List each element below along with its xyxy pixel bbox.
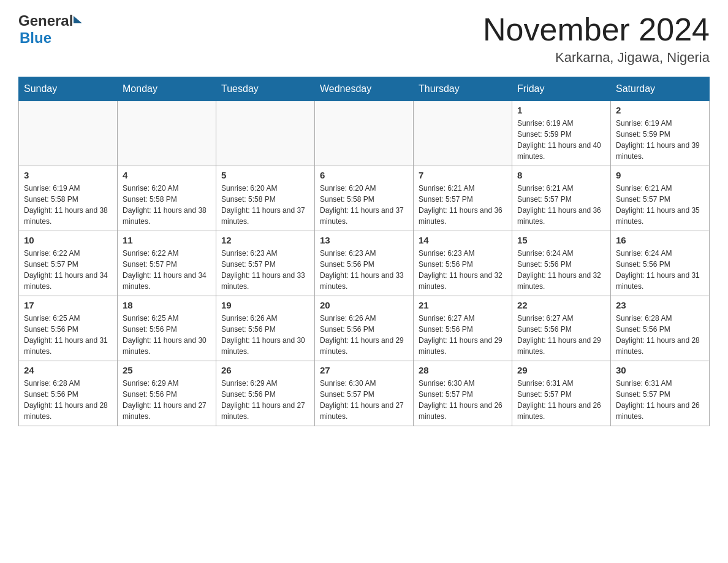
day-number: 7 xyxy=(419,170,507,180)
day-cell: 14Sunrise: 6:23 AM Sunset: 5:56 PM Dayli… xyxy=(414,231,512,296)
logo: General Blue xyxy=(18,12,82,47)
day-cell: 16Sunrise: 6:24 AM Sunset: 5:56 PM Dayli… xyxy=(611,231,710,296)
location-subtitle: Karkarna, Jigawa, Nigeria xyxy=(483,50,710,66)
day-number: 14 xyxy=(419,235,507,245)
title-section: November 2024 Karkarna, Jigawa, Nigeria xyxy=(483,12,710,66)
day-info: Sunrise: 6:21 AM Sunset: 5:57 PM Dayligh… xyxy=(419,183,507,227)
day-info: Sunrise: 6:30 AM Sunset: 5:57 PM Dayligh… xyxy=(320,378,408,422)
day-number: 12 xyxy=(221,235,309,245)
logo-arrow-icon xyxy=(74,16,82,23)
day-info: Sunrise: 6:25 AM Sunset: 5:56 PM Dayligh… xyxy=(24,313,112,357)
day-info: Sunrise: 6:19 AM Sunset: 5:59 PM Dayligh… xyxy=(517,118,605,162)
calendar-table: SundayMondayTuesdayWednesdayThursdayFrid… xyxy=(18,77,710,426)
day-cell: 23Sunrise: 6:28 AM Sunset: 5:56 PM Dayli… xyxy=(611,296,710,361)
day-info: Sunrise: 6:20 AM Sunset: 5:58 PM Dayligh… xyxy=(221,183,309,227)
day-info: Sunrise: 6:23 AM Sunset: 5:56 PM Dayligh… xyxy=(320,248,408,292)
day-cell: 6Sunrise: 6:20 AM Sunset: 5:58 PM Daylig… xyxy=(315,166,414,231)
day-info: Sunrise: 6:23 AM Sunset: 5:56 PM Dayligh… xyxy=(419,248,507,292)
day-info: Sunrise: 6:19 AM Sunset: 5:58 PM Dayligh… xyxy=(24,183,112,227)
day-info: Sunrise: 6:30 AM Sunset: 5:57 PM Dayligh… xyxy=(419,378,507,422)
day-cell: 21Sunrise: 6:27 AM Sunset: 5:56 PM Dayli… xyxy=(414,296,512,361)
day-number: 21 xyxy=(419,300,507,310)
day-number: 13 xyxy=(320,235,408,245)
day-number: 6 xyxy=(320,170,408,180)
day-number: 5 xyxy=(221,170,309,180)
day-number: 3 xyxy=(24,170,112,180)
day-cell: 1Sunrise: 6:19 AM Sunset: 5:59 PM Daylig… xyxy=(512,101,611,166)
day-number: 8 xyxy=(517,170,605,180)
day-cell: 3Sunrise: 6:19 AM Sunset: 5:58 PM Daylig… xyxy=(19,166,118,231)
week-row-3: 10Sunrise: 6:22 AM Sunset: 5:57 PM Dayli… xyxy=(19,231,710,296)
day-number: 4 xyxy=(123,170,211,180)
day-number: 30 xyxy=(616,365,704,375)
day-cell: 20Sunrise: 6:26 AM Sunset: 5:56 PM Dayli… xyxy=(315,296,414,361)
week-row-4: 17Sunrise: 6:25 AM Sunset: 5:56 PM Dayli… xyxy=(19,296,710,361)
day-info: Sunrise: 6:26 AM Sunset: 5:56 PM Dayligh… xyxy=(320,313,408,357)
day-cell: 18Sunrise: 6:25 AM Sunset: 5:56 PM Dayli… xyxy=(118,296,216,361)
day-number: 24 xyxy=(24,365,112,375)
day-number: 10 xyxy=(24,235,112,245)
day-info: Sunrise: 6:22 AM Sunset: 5:57 PM Dayligh… xyxy=(24,248,112,292)
day-cell xyxy=(118,101,216,166)
day-cell: 25Sunrise: 6:29 AM Sunset: 5:56 PM Dayli… xyxy=(118,361,216,426)
day-cell: 30Sunrise: 6:31 AM Sunset: 5:57 PM Dayli… xyxy=(611,361,710,426)
week-row-5: 24Sunrise: 6:28 AM Sunset: 5:56 PM Dayli… xyxy=(19,361,710,426)
header-cell-friday: Friday xyxy=(512,77,611,101)
header-cell-thursday: Thursday xyxy=(414,77,512,101)
day-info: Sunrise: 6:24 AM Sunset: 5:56 PM Dayligh… xyxy=(616,248,704,292)
day-info: Sunrise: 6:23 AM Sunset: 5:57 PM Dayligh… xyxy=(221,248,309,292)
day-cell: 9Sunrise: 6:21 AM Sunset: 5:57 PM Daylig… xyxy=(611,166,710,231)
calendar-header: SundayMondayTuesdayWednesdayThursdayFrid… xyxy=(19,77,710,101)
header-cell-wednesday: Wednesday xyxy=(315,77,414,101)
day-info: Sunrise: 6:25 AM Sunset: 5:56 PM Dayligh… xyxy=(123,313,211,357)
day-info: Sunrise: 6:31 AM Sunset: 5:57 PM Dayligh… xyxy=(517,378,605,422)
day-cell: 28Sunrise: 6:30 AM Sunset: 5:57 PM Dayli… xyxy=(414,361,512,426)
day-cell: 10Sunrise: 6:22 AM Sunset: 5:57 PM Dayli… xyxy=(19,231,118,296)
day-info: Sunrise: 6:19 AM Sunset: 5:59 PM Dayligh… xyxy=(616,118,704,162)
day-cell: 13Sunrise: 6:23 AM Sunset: 5:56 PM Dayli… xyxy=(315,231,414,296)
day-info: Sunrise: 6:21 AM Sunset: 5:57 PM Dayligh… xyxy=(616,183,704,227)
week-row-1: 1Sunrise: 6:19 AM Sunset: 5:59 PM Daylig… xyxy=(19,101,710,166)
main-title: November 2024 xyxy=(483,12,710,47)
day-info: Sunrise: 6:29 AM Sunset: 5:56 PM Dayligh… xyxy=(123,378,211,422)
day-info: Sunrise: 6:29 AM Sunset: 5:56 PM Dayligh… xyxy=(221,378,309,422)
day-info: Sunrise: 6:28 AM Sunset: 5:56 PM Dayligh… xyxy=(24,378,112,422)
day-number: 19 xyxy=(221,300,309,310)
day-info: Sunrise: 6:24 AM Sunset: 5:56 PM Dayligh… xyxy=(517,248,605,292)
day-cell: 11Sunrise: 6:22 AM Sunset: 5:57 PM Dayli… xyxy=(118,231,216,296)
page-header: General Blue November 2024 Karkarna, Jig… xyxy=(18,12,710,66)
day-cell: 4Sunrise: 6:20 AM Sunset: 5:58 PM Daylig… xyxy=(118,166,216,231)
day-number: 16 xyxy=(616,235,704,245)
day-number: 9 xyxy=(616,170,704,180)
day-number: 1 xyxy=(517,105,605,115)
day-info: Sunrise: 6:27 AM Sunset: 5:56 PM Dayligh… xyxy=(419,313,507,357)
day-number: 20 xyxy=(320,300,408,310)
header-cell-monday: Monday xyxy=(118,77,216,101)
day-number: 29 xyxy=(517,365,605,375)
day-header-row: SundayMondayTuesdayWednesdayThursdayFrid… xyxy=(19,77,710,101)
day-cell: 7Sunrise: 6:21 AM Sunset: 5:57 PM Daylig… xyxy=(414,166,512,231)
day-info: Sunrise: 6:28 AM Sunset: 5:56 PM Dayligh… xyxy=(616,313,704,357)
day-cell: 26Sunrise: 6:29 AM Sunset: 5:56 PM Dayli… xyxy=(216,361,315,426)
day-number: 17 xyxy=(24,300,112,310)
day-cell: 8Sunrise: 6:21 AM Sunset: 5:57 PM Daylig… xyxy=(512,166,611,231)
day-number: 25 xyxy=(123,365,211,375)
day-cell xyxy=(216,101,315,166)
day-cell: 2Sunrise: 6:19 AM Sunset: 5:59 PM Daylig… xyxy=(611,101,710,166)
day-number: 15 xyxy=(517,235,605,245)
day-info: Sunrise: 6:20 AM Sunset: 5:58 PM Dayligh… xyxy=(123,183,211,227)
day-number: 26 xyxy=(221,365,309,375)
day-number: 18 xyxy=(123,300,211,310)
day-cell: 17Sunrise: 6:25 AM Sunset: 5:56 PM Dayli… xyxy=(19,296,118,361)
day-info: Sunrise: 6:31 AM Sunset: 5:57 PM Dayligh… xyxy=(616,378,704,422)
header-cell-sunday: Sunday xyxy=(19,77,118,101)
week-row-2: 3Sunrise: 6:19 AM Sunset: 5:58 PM Daylig… xyxy=(19,166,710,231)
day-cell: 15Sunrise: 6:24 AM Sunset: 5:56 PM Dayli… xyxy=(512,231,611,296)
day-cell: 22Sunrise: 6:27 AM Sunset: 5:56 PM Dayli… xyxy=(512,296,611,361)
day-number: 2 xyxy=(616,105,704,115)
day-cell: 27Sunrise: 6:30 AM Sunset: 5:57 PM Dayli… xyxy=(315,361,414,426)
day-info: Sunrise: 6:22 AM Sunset: 5:57 PM Dayligh… xyxy=(123,248,211,292)
header-cell-saturday: Saturday xyxy=(611,77,710,101)
day-cell: 29Sunrise: 6:31 AM Sunset: 5:57 PM Dayli… xyxy=(512,361,611,426)
day-cell xyxy=(19,101,118,166)
